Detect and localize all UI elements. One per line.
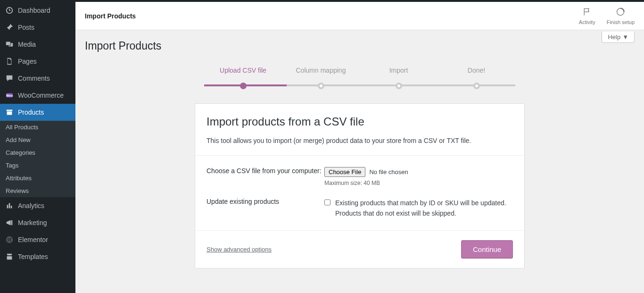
svg-text:Woo: Woo [6, 94, 13, 97]
svg-rect-3 [8, 238, 8, 241]
sub-categories[interactable]: Categories [0, 146, 75, 159]
svg-rect-6 [9, 241, 11, 242]
sidebar-item-products[interactable]: Products [0, 104, 75, 121]
media-icon [5, 40, 14, 49]
admin-sidebar: Dashboard Posts Media Pages Comments Woo… [0, 2, 75, 293]
sidebar-label: Posts [18, 24, 34, 31]
page-icon [5, 57, 14, 66]
choose-file-button[interactable]: Choose File [324, 167, 365, 177]
max-size-hint: Maximum size: 40 MB [324, 180, 513, 186]
help-label: Help [608, 33, 620, 41]
activity-label: Activity [579, 19, 595, 25]
file-status: No file chosen [369, 168, 408, 176]
sub-tags[interactable]: Tags [0, 159, 75, 172]
elementor-icon [5, 235, 14, 244]
import-wizard: Upload CSV file Column mapping Import Do… [195, 67, 525, 268]
sidebar-item-analytics[interactable]: Analytics [0, 197, 75, 214]
step-dot-icon [396, 83, 402, 89]
step-mapping: Column mapping [282, 67, 360, 89]
step-dot-icon [240, 83, 247, 89]
sub-reviews[interactable]: Reviews [0, 184, 75, 197]
sub-all-products[interactable]: All Products [0, 121, 75, 134]
show-advanced-link[interactable]: Show advanced options [206, 246, 272, 253]
wizard-steps: Upload CSV file Column mapping Import Do… [195, 67, 525, 103]
sidebar-label: Pages [18, 58, 37, 65]
sidebar-label: Dashboard [18, 7, 50, 14]
sidebar-item-dashboard[interactable]: Dashboard [0, 2, 75, 19]
sidebar-item-posts[interactable]: Posts [0, 19, 75, 36]
sidebar-item-pages[interactable]: Pages [0, 53, 75, 70]
sidebar-label: WooCommerce [18, 92, 64, 99]
help-tab[interactable]: Help ▼ [602, 32, 635, 43]
wc-header: Import Products Activity Finish setup [75, 2, 644, 30]
sidebar-submenu-products: All Products Add New Categories Tags Att… [0, 121, 75, 197]
sidebar-item-media[interactable]: Media [0, 36, 75, 53]
sub-attributes[interactable]: Attributes [0, 172, 75, 184]
archive-icon [5, 108, 14, 117]
step-upload: Upload CSV file [204, 67, 282, 89]
chart-icon [5, 201, 14, 210]
step-done: Done! [438, 67, 515, 89]
svg-rect-5 [9, 239, 11, 240]
step-label: Import [360, 67, 438, 74]
step-label: Upload CSV file [204, 67, 282, 74]
sidebar-label: Analytics [18, 202, 44, 209]
chevron-down-icon: ▼ [622, 33, 628, 41]
card-title: Import products from a CSV file [206, 115, 513, 128]
svg-rect-4 [9, 238, 11, 239]
sidebar-item-comments[interactable]: Comments [0, 70, 75, 87]
flag-icon [582, 7, 592, 17]
continue-button[interactable]: Continue [461, 240, 513, 259]
update-existing-checkbox[interactable] [324, 199, 330, 206]
finish-setup-button[interactable]: Finish setup [607, 7, 635, 25]
sidebar-label: Comments [18, 75, 50, 82]
sidebar-label: Media [18, 41, 36, 48]
sidebar-label: Products [18, 109, 44, 116]
sidebar-item-woocommerce[interactable]: Woo WooCommerce [0, 87, 75, 104]
page-title: Import Products [75, 30, 644, 57]
pin-icon [5, 23, 14, 32]
update-description: Existing products that match by ID or SK… [335, 198, 513, 219]
sidebar-item-templates[interactable]: Templates [0, 248, 75, 265]
update-label: Update existing products [206, 198, 324, 219]
sidebar-label: Templates [18, 253, 48, 260]
step-dot-icon [473, 83, 480, 89]
progress-icon [616, 7, 625, 17]
step-dot-icon [318, 83, 324, 89]
templates-icon [5, 252, 14, 261]
file-label: Choose a CSV file from your computer: [206, 167, 324, 186]
step-label: Done! [438, 67, 515, 74]
woo-icon: Woo [5, 91, 14, 100]
finish-label: Finish setup [607, 19, 635, 25]
card-description: This tool allows you to import (or merge… [206, 136, 513, 146]
sidebar-label: Elementor [18, 236, 48, 243]
sub-add-new[interactable]: Add New [0, 134, 75, 146]
activity-button[interactable]: Activity [579, 7, 595, 25]
comment-icon [5, 74, 14, 83]
step-import: Import [360, 67, 438, 89]
step-label: Column mapping [282, 67, 360, 74]
wc-header-title: Import Products [85, 12, 136, 20]
dashboard-icon [5, 6, 14, 15]
import-card: Import products from a CSV file This too… [195, 103, 525, 268]
megaphone-icon [5, 218, 14, 227]
main-content: Import Products Activity Finish setup He… [75, 2, 644, 293]
sidebar-item-elementor[interactable]: Elementor [0, 231, 75, 248]
sidebar-label: Marketing [18, 219, 47, 226]
sidebar-item-marketing[interactable]: Marketing [0, 214, 75, 231]
